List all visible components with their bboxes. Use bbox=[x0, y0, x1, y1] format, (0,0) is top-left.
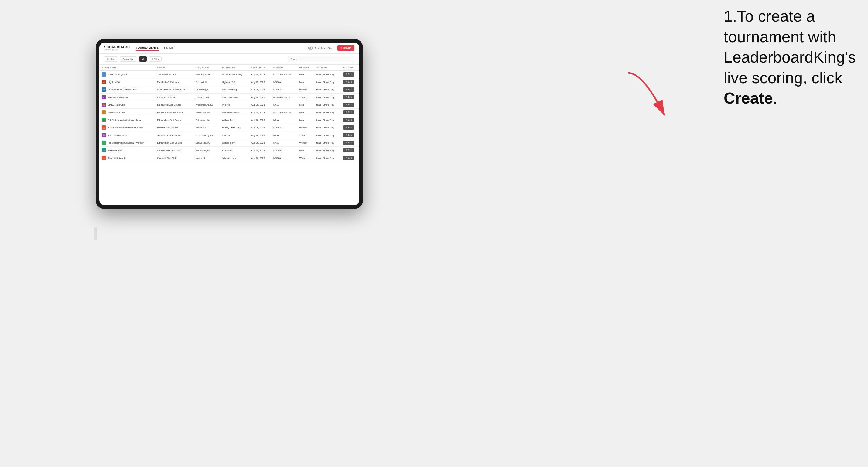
scoring-cell: team, Stroke Play bbox=[314, 79, 341, 86]
event-name: Carl Sandburg Women FA23 bbox=[107, 88, 137, 91]
hosted-by-cell: William Penn bbox=[220, 139, 249, 147]
scoring-cell: team, Stroke Play bbox=[314, 154, 341, 162]
table-body: 🏌 MSMC Qualifying 1 The Powelton Club Ne… bbox=[99, 71, 359, 162]
table-row: 🦅 Maverick Invitational Faribault Golf C… bbox=[99, 94, 359, 101]
venue-cell: Faribault Golf Club bbox=[155, 94, 193, 101]
edit-button[interactable]: ✎ Edit bbox=[343, 88, 354, 92]
scoring-cell: team, Stroke Play bbox=[314, 139, 341, 147]
tablet-screen: SCOREBOARD Powered by Clipp TOURNAMENTS … bbox=[99, 42, 359, 205]
city-state-cell: Galesburg, IL bbox=[193, 86, 220, 94]
event-name-cell: 🦂 Klash at Kokopelli bbox=[99, 154, 155, 162]
team-logo: ⛳ bbox=[102, 80, 106, 84]
logo-text: SCOREBOARD bbox=[104, 45, 130, 49]
table-row: 🏆 Carl Sandburg Women FA23 Lake Bracken … bbox=[99, 86, 359, 94]
hosted-by-cell: John A Logan bbox=[220, 154, 249, 162]
table-row: 🐯 UPIKE Fall Invite StoneCrest Golf Cour… bbox=[99, 101, 359, 109]
hosted-by-cell: Murray State (OK) bbox=[220, 124, 249, 131]
nav-right: ⚙ Test User Sign In + Create bbox=[308, 45, 354, 51]
event-name: upike fall invitational bbox=[107, 134, 128, 137]
team-logo: 🐯 bbox=[102, 103, 106, 107]
edit-button[interactable]: ✎ Edit bbox=[343, 118, 354, 122]
gear-icon[interactable]: ⚙ bbox=[308, 46, 312, 50]
table-row: 🏌 MSMC Qualifying 1 The Powelton Club Ne… bbox=[99, 71, 359, 79]
hosted-by-cell: Vincennes bbox=[220, 147, 249, 154]
hosted-by-cell: Pikeville bbox=[220, 101, 249, 109]
city-state-cell: Marion, IL bbox=[193, 154, 220, 162]
table-row: 🦊 2023 Women's Hesston Fall Kickoff Hess… bbox=[99, 124, 359, 131]
col-city-state: CITY, STATE bbox=[193, 65, 220, 71]
venue-cell: StoneCrest Golf Course bbox=[155, 101, 193, 109]
division-cell: NJCAA II bbox=[271, 124, 297, 131]
gender-cell: Men bbox=[297, 101, 314, 109]
all-filter-button[interactable]: All bbox=[139, 57, 147, 62]
division-cell: NCAA Division III bbox=[271, 71, 297, 79]
venue-cell: Edmundson Golf Course bbox=[155, 139, 193, 147]
user-name: Test User bbox=[315, 47, 325, 50]
event-name: Morris Invitational bbox=[107, 111, 125, 114]
division-cell: NJCAA I bbox=[271, 79, 297, 86]
gender-cell: Women bbox=[297, 131, 314, 139]
actions-cell: ✎ Edit bbox=[341, 79, 359, 86]
event-name: UPIKE Fall Invite bbox=[107, 103, 125, 106]
start-date-cell: Aug 25, 2023 bbox=[249, 79, 271, 86]
event-name-cell: 🦌 Fall Statesmen Invitational - Women bbox=[99, 139, 155, 147]
hosted-by-cell: Minnesota-Morris bbox=[220, 109, 249, 116]
event-name-cell: 🏌 MSMC Qualifying 1 bbox=[99, 71, 155, 79]
edit-button[interactable]: ✎ Edit bbox=[343, 156, 354, 160]
event-name-cell: 🐺 upike fall invitational bbox=[99, 131, 155, 139]
gender-cell: Men bbox=[297, 79, 314, 86]
actions-cell: ✎ Edit bbox=[341, 94, 359, 101]
gender-cell: Women bbox=[297, 154, 314, 162]
venue-cell: Cypress Hills Golf Club bbox=[155, 147, 193, 154]
col-hosted-by: HOSTED BY bbox=[220, 65, 249, 71]
table-row: 🐻 Fall Statesmen Invitational - Men Edmu… bbox=[99, 116, 359, 124]
city-state-cell: Oskaloosa, IA bbox=[193, 116, 220, 124]
city-state-cell: Hesston, KS bbox=[193, 124, 220, 131]
venue-cell: Lake Bracken Country Club bbox=[155, 86, 193, 94]
city-state-cell: Faribault, MN bbox=[193, 94, 220, 101]
col-start-date: START DATE bbox=[249, 65, 271, 71]
sign-in-link[interactable]: Sign In bbox=[328, 47, 335, 50]
event-name: Highland 36 bbox=[107, 81, 120, 84]
event-name: Fall Statesmen Invitational - Men bbox=[107, 119, 141, 121]
edit-button[interactable]: ✎ Edit bbox=[343, 141, 354, 145]
hosting-filter-button[interactable]: Hosting bbox=[104, 57, 118, 62]
annotation-text: 1.To create a tournament with Leaderboar… bbox=[724, 6, 856, 109]
nav-bar: SCOREBOARD Powered by Clipp TOURNAMENTS … bbox=[99, 42, 359, 54]
edit-button[interactable]: ✎ Edit bbox=[343, 133, 354, 137]
actions-cell: ✎ Edit bbox=[341, 154, 359, 162]
nav-tab-teams[interactable]: TEAMS bbox=[164, 45, 174, 51]
division-cell: NCAA Division III bbox=[271, 109, 297, 116]
edit-button[interactable]: ✎ Edit bbox=[343, 72, 354, 76]
event-name-cell: 🦅 Maverick Invitational bbox=[99, 94, 155, 101]
tournaments-table: EVENT NAME VENUE CITY, STATE HOSTED BY S… bbox=[99, 65, 359, 162]
actions-cell: ✎ Edit bbox=[341, 86, 359, 94]
edit-button[interactable]: ✎ Edit bbox=[343, 125, 354, 130]
filter-options-button[interactable]: ≡ Filter bbox=[149, 57, 162, 62]
event-name: 2023 Women's Hesston Fall Kickoff bbox=[107, 126, 143, 129]
division-cell: NAIA bbox=[271, 116, 297, 124]
create-button[interactable]: + Create bbox=[337, 45, 354, 51]
scoring-cell: team, Stroke Play bbox=[314, 116, 341, 124]
start-date-cell: Aug 28, 2023 bbox=[249, 139, 271, 147]
division-cell: NAIA bbox=[271, 139, 297, 147]
edit-button[interactable]: ✎ Edit bbox=[343, 80, 354, 84]
team-logo: 🦅 bbox=[102, 95, 106, 99]
edit-button[interactable]: ✎ Edit bbox=[343, 148, 354, 152]
gender-cell: Men bbox=[297, 147, 314, 154]
table-row: 🦂 Klash at Kokopelli Kokopelli Golf Club… bbox=[99, 154, 359, 162]
edit-button[interactable]: ✎ Edit bbox=[343, 95, 354, 99]
division-cell: NCAA Division II bbox=[271, 94, 297, 101]
table-header: EVENT NAME VENUE CITY, STATE HOSTED BY S… bbox=[99, 65, 359, 71]
actions-cell: ✎ Edit bbox=[341, 139, 359, 147]
search-input[interactable] bbox=[288, 56, 354, 62]
gender-cell: Men bbox=[297, 116, 314, 124]
edit-button[interactable]: ✎ Edit bbox=[343, 110, 354, 115]
venue-cell: Kokopelli Golf Club bbox=[155, 154, 193, 162]
edit-button[interactable]: ✎ Edit bbox=[343, 103, 354, 107]
division-cell: NJCAA I bbox=[271, 86, 297, 94]
competing-filter-button[interactable]: Competing bbox=[120, 57, 137, 62]
nav-tab-tournaments[interactable]: TOURNAMENTS bbox=[136, 45, 158, 51]
table-row: 🦉 VU PREVIEW Cypress Hills Golf Club Vin… bbox=[99, 147, 359, 154]
gender-cell: Men bbox=[297, 71, 314, 79]
